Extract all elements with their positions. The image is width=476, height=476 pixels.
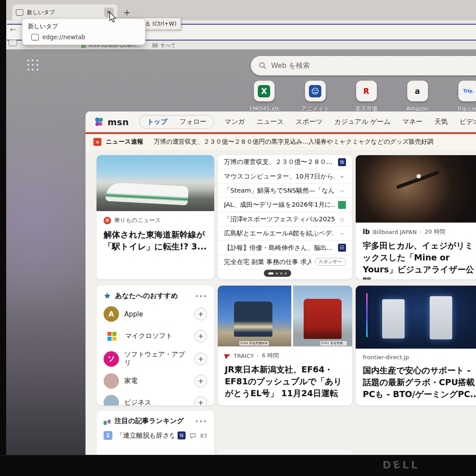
comment-count: 83 bbox=[200, 432, 207, 439]
nav-money[interactable]: マネー bbox=[402, 118, 423, 126]
bookmark-folder[interactable]: すべて bbox=[152, 42, 176, 49]
source-badge-icon: — bbox=[338, 230, 346, 238]
photo-caption: EF81 形電気機... bbox=[320, 341, 347, 346]
sponsored-headline-item[interactable]: 完全在宅 副業 事務の仕事 求人... スポンサー bbox=[218, 255, 352, 269]
sponsor-label: スポンサー bbox=[363, 405, 476, 405]
browser-tab[interactable]: ... 新しいタブ ✕ bbox=[12, 4, 117, 20]
follow-topic-button[interactable]: + bbox=[194, 330, 207, 342]
recommendations-card: あなたへのおすすめ ••• A Apple + マイクロソフト + ソ bbox=[97, 286, 214, 405]
ad-source: frontier-direct.jp bbox=[363, 354, 409, 361]
tripcom-icon: Trip. bbox=[462, 85, 475, 97]
tab-follow[interactable]: フォロー bbox=[180, 118, 207, 126]
headline-item[interactable]: 「沼津eスポーツフェスティバル2025... ○ bbox=[218, 212, 352, 227]
excel-icon: X bbox=[258, 85, 270, 97]
topic-row-business[interactable]: ビジネス + bbox=[97, 392, 214, 405]
follow-topic-button[interactable]: + bbox=[194, 308, 207, 320]
source-badge-icon: 技 bbox=[178, 431, 186, 439]
hover-card-title: 新しいタブ bbox=[28, 22, 140, 30]
billboard-article-card[interactable]: lb Billboard JAPAN · 20 時間 宇多田ヒカル、イェジがリミ… bbox=[356, 155, 476, 279]
msn-butterfly-icon bbox=[93, 117, 105, 127]
sidebar-toggle-icon[interactable] bbox=[8, 40, 17, 46]
article-time: 20 時間 bbox=[425, 228, 446, 236]
topic-avatar: ソ bbox=[104, 351, 119, 367]
msn-header: msn トップ フォロー マンガ ニュース スポーツ カジュアル ゲーム マネー… bbox=[86, 112, 476, 132]
headline-item[interactable]: JAL、成田〜デリー線を2026年1月に... bbox=[218, 198, 352, 212]
section-title: あなたへのおすすめ bbox=[115, 291, 191, 301]
shortcut-excel-file[interactable]: X 196545.xls bbox=[245, 81, 283, 113]
topic-row-appliances[interactable]: 家電 + bbox=[97, 370, 214, 392]
ranking-item[interactable]: 1 「連立離脱も辞さない... 技 83 bbox=[97, 428, 214, 443]
singer-photo bbox=[356, 155, 476, 223]
thumbs-down-icon[interactable] bbox=[252, 405, 259, 405]
sponsored-ad-card[interactable]: frontier-direct.jp 国内生産で安心のサポート - 話題の最新グ… bbox=[356, 286, 476, 405]
article-source: Billboard JAPAN bbox=[373, 229, 417, 235]
screen: ... 新しいタブ ✕ + ← MX4-TurBox-Downl... すべて bbox=[6, 0, 476, 455]
tab-top[interactable]: トップ bbox=[147, 118, 167, 126]
thumbs-up-icon[interactable] bbox=[225, 405, 232, 405]
web-search-bar[interactable]: Web を検索 bbox=[251, 56, 476, 75]
nav-manga[interactable]: マンガ bbox=[225, 118, 245, 126]
follow-topic-button[interactable]: + bbox=[194, 375, 207, 387]
source-badge-icon: 乗 bbox=[104, 217, 111, 224]
ranking-icon bbox=[104, 418, 111, 425]
breaking-news-ticker[interactable]: ≡ ニュース速報 万博の運営収支、２３０億〜２８０億円の黒字見込み...入場券や… bbox=[86, 134, 476, 150]
topic-row-apple[interactable]: A Apple + bbox=[97, 303, 214, 325]
folder-icon bbox=[152, 43, 158, 48]
topic-avatar: A bbox=[104, 306, 119, 322]
shortcut-amazon[interactable]: a Amazon bbox=[399, 81, 436, 113]
hover-card-url: edge://newtab bbox=[42, 33, 85, 41]
new-tab-button[interactable]: + bbox=[122, 7, 132, 18]
msn-feed-panel: msn トップ フォロー マンガ ニュース スポーツ カジュアル ゲーム マネー… bbox=[86, 112, 476, 455]
article-source: 乗りものニュース bbox=[114, 216, 161, 224]
app-launcher-icon[interactable] bbox=[27, 60, 39, 71]
sample-image-card[interactable]: SAMPLE SAMPLE bbox=[218, 449, 352, 455]
msn-nav: マンガ ニュース スポーツ カジュアル ゲーム マネー 天気 ビデオ ショッピン… bbox=[225, 118, 476, 126]
photo-caption: EF64 形電気機関車 bbox=[239, 341, 269, 346]
tab-hover-card: 新しいタブ ... edge://newtab bbox=[22, 19, 145, 45]
headline-item[interactable]: 万博の運営収支、２３０億〜２８０... 技 bbox=[218, 155, 352, 169]
carousel-indicator[interactable] bbox=[264, 270, 291, 277]
headline-item[interactable]: 広島駅とエールエールA館を結ぶペデ... — bbox=[218, 227, 352, 241]
feed-mode-switch: トップ フォロー bbox=[139, 115, 214, 129]
topic-row-software[interactable]: ソ ソフトウェア・アプリ + bbox=[97, 347, 214, 370]
search-icon bbox=[259, 62, 267, 70]
article-time: 6 時間 bbox=[262, 352, 279, 360]
headline-item[interactable]: マウスコンピューター、10月7日から... ≈ bbox=[218, 169, 352, 183]
more-options-icon[interactable]: ••• bbox=[195, 418, 207, 425]
nav-news[interactable]: ニュース bbox=[257, 118, 284, 126]
back-button[interactable]: ← bbox=[10, 25, 16, 34]
shortcut-animate[interactable]: ☺ アニメイト bbox=[297, 81, 334, 113]
nav-video[interactable]: ビデオ bbox=[460, 118, 476, 126]
microsoft-logo-icon bbox=[104, 328, 120, 344]
topic-avatar bbox=[104, 373, 119, 389]
rakuten-icon: R bbox=[360, 85, 372, 97]
nav-weather[interactable]: 天気 bbox=[435, 118, 448, 126]
shortcut-rakuten[interactable]: R 楽天市場 bbox=[348, 81, 385, 113]
headline-item[interactable]: 【訃報】俳優・島崎伸作さん、脳出... 日 bbox=[218, 241, 352, 255]
follow-topic-button[interactable]: + bbox=[194, 353, 207, 365]
article-headline: JR東日本新潟支社、EF64・EF81のプッシュプルで「ありがとうEL号」 11… bbox=[218, 360, 352, 399]
search-placeholder: Web を検索 bbox=[271, 61, 310, 71]
featured-article-card[interactable]: 乗 乗りものニュース 解体された東海道新幹線が「駅トイレ」に転生!? 3... bbox=[97, 155, 214, 279]
shinkansen-photo bbox=[97, 155, 214, 211]
comment-icon[interactable] bbox=[272, 405, 280, 405]
billboard-logo: lb bbox=[363, 228, 370, 236]
animate-icon: ☺ bbox=[309, 85, 321, 97]
locomotive-photos: EF64 形電気機関車 EF81 形電気機... bbox=[218, 286, 352, 346]
source-badge-icon: 日 bbox=[338, 244, 346, 252]
source-badge-icon: — bbox=[338, 186, 346, 194]
nav-sports[interactable]: スポーツ bbox=[296, 118, 323, 126]
star-icon bbox=[104, 292, 111, 300]
follow-topic-button[interactable]: + bbox=[194, 396, 207, 405]
sponsor-badge: スポンサー bbox=[315, 258, 346, 266]
msn-logo[interactable]: msn bbox=[93, 117, 129, 127]
shortcut-tripcom[interactable]: Trip. Trip.com bbox=[450, 81, 476, 113]
topic-row-microsoft[interactable]: マイクロソフト + bbox=[97, 325, 214, 347]
nav-casual-games[interactable]: カジュアル ゲーム bbox=[335, 118, 390, 126]
train-article-card[interactable]: EF64 形電気機関車 EF81 形電気機... TRAICY · 6 時間 J… bbox=[218, 286, 352, 405]
ranking-card: 注目の記事ランキング ••• 1 「連立離脱も辞さない... 技 83 bbox=[97, 411, 214, 455]
headline-item[interactable]: 「Steam」鯖落ちでSNS騒然—「なん... — bbox=[218, 184, 352, 198]
traicy-logo-icon bbox=[224, 352, 231, 359]
source-badge-icon: 技 bbox=[338, 158, 346, 166]
more-options-icon[interactable]: ••• bbox=[195, 293, 207, 300]
